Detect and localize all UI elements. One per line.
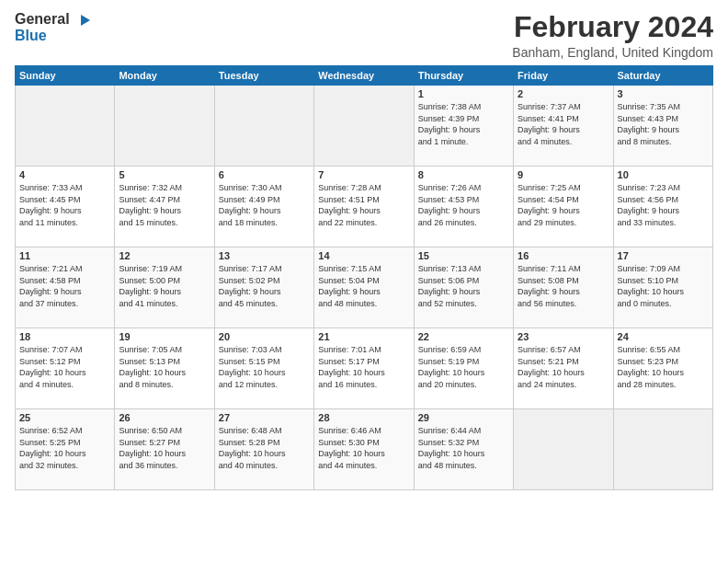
calendar-cell: 14Sunrise: 7:15 AM Sunset: 5:04 PM Dayli… <box>314 247 414 328</box>
calendar-cell: 24Sunrise: 6:55 AM Sunset: 5:23 PM Dayli… <box>613 328 712 409</box>
day-info: Sunrise: 7:17 AM Sunset: 5:02 PM Dayligh… <box>219 263 310 309</box>
day-number: 11 <box>19 250 110 261</box>
day-number: 23 <box>518 331 609 342</box>
calendar-cell: 2Sunrise: 7:37 AM Sunset: 4:41 PM Daylig… <box>514 86 613 167</box>
day-info: Sunrise: 6:50 AM Sunset: 5:27 PM Dayligh… <box>119 425 210 471</box>
day-info: Sunrise: 7:13 AM Sunset: 5:06 PM Dayligh… <box>418 263 509 309</box>
day-number: 29 <box>418 412 509 423</box>
calendar-cell: 26Sunrise: 6:50 AM Sunset: 5:27 PM Dayli… <box>115 409 214 490</box>
calendar-cell: 3Sunrise: 7:35 AM Sunset: 4:43 PM Daylig… <box>613 86 712 167</box>
day-info: Sunrise: 6:46 AM Sunset: 5:30 PM Dayligh… <box>318 425 409 471</box>
day-info: Sunrise: 7:15 AM Sunset: 5:04 PM Dayligh… <box>318 263 409 309</box>
day-info: Sunrise: 6:55 AM Sunset: 5:23 PM Dayligh… <box>618 344 709 390</box>
calendar-cell: 9Sunrise: 7:25 AM Sunset: 4:54 PM Daylig… <box>514 167 613 247</box>
page: General Blue February 2024 Banham, Engla… <box>0 0 728 563</box>
calendar-cell <box>314 86 414 167</box>
calendar-cell: 8Sunrise: 7:26 AM Sunset: 4:53 PM Daylig… <box>414 167 513 247</box>
calendar-week-4: 18Sunrise: 7:07 AM Sunset: 5:12 PM Dayli… <box>16 328 713 409</box>
logo-general: General <box>15 11 90 28</box>
calendar-cell <box>214 86 313 167</box>
logo-blue: Blue <box>15 28 47 44</box>
day-info: Sunrise: 6:59 AM Sunset: 5:19 PM Dayligh… <box>418 344 509 390</box>
calendar-cell: 4Sunrise: 7:33 AM Sunset: 4:45 PM Daylig… <box>16 167 115 247</box>
calendar-week-5: 25Sunrise: 6:52 AM Sunset: 5:25 PM Dayli… <box>16 409 713 490</box>
calendar-cell: 11Sunrise: 7:21 AM Sunset: 4:58 PM Dayli… <box>16 247 115 328</box>
day-number: 22 <box>418 331 509 342</box>
col-friday: Friday <box>514 66 613 86</box>
col-wednesday: Wednesday <box>314 66 414 86</box>
day-number: 20 <box>219 331 310 342</box>
day-number: 5 <box>119 169 210 180</box>
main-title: February 2024 <box>512 11 713 43</box>
day-info: Sunrise: 6:57 AM Sunset: 5:21 PM Dayligh… <box>518 344 609 390</box>
calendar-cell: 20Sunrise: 7:03 AM Sunset: 5:15 PM Dayli… <box>214 328 313 409</box>
day-number: 24 <box>618 331 709 342</box>
day-number: 10 <box>618 169 709 180</box>
day-number: 27 <box>219 412 310 423</box>
day-info: Sunrise: 6:44 AM Sunset: 5:32 PM Dayligh… <box>418 425 509 471</box>
day-info: Sunrise: 7:07 AM Sunset: 5:12 PM Dayligh… <box>19 344 110 390</box>
day-number: 17 <box>618 250 709 261</box>
day-number: 3 <box>618 88 709 99</box>
calendar-cell: 29Sunrise: 6:44 AM Sunset: 5:32 PM Dayli… <box>414 409 513 490</box>
calendar-week-2: 4Sunrise: 7:33 AM Sunset: 4:45 PM Daylig… <box>16 167 713 247</box>
calendar-cell <box>613 409 712 490</box>
day-number: 4 <box>19 169 110 180</box>
day-number: 7 <box>318 169 409 180</box>
calendar-cell: 27Sunrise: 6:48 AM Sunset: 5:28 PM Dayli… <box>214 409 313 490</box>
day-info: Sunrise: 6:52 AM Sunset: 5:25 PM Dayligh… <box>19 425 110 471</box>
day-number: 8 <box>418 169 509 180</box>
calendar-cell: 16Sunrise: 7:11 AM Sunset: 5:08 PM Dayli… <box>514 247 613 328</box>
col-tuesday: Tuesday <box>214 66 313 86</box>
calendar-cell: 12Sunrise: 7:19 AM Sunset: 5:00 PM Dayli… <box>115 247 214 328</box>
day-info: Sunrise: 7:26 AM Sunset: 4:53 PM Dayligh… <box>418 182 509 228</box>
day-number: 25 <box>19 412 110 423</box>
day-number: 6 <box>219 169 310 180</box>
subtitle: Banham, England, United Kingdom <box>512 45 713 60</box>
day-info: Sunrise: 7:28 AM Sunset: 4:51 PM Dayligh… <box>318 182 409 228</box>
calendar-cell: 5Sunrise: 7:32 AM Sunset: 4:47 PM Daylig… <box>115 167 214 247</box>
calendar-cell: 23Sunrise: 6:57 AM Sunset: 5:21 PM Dayli… <box>514 328 613 409</box>
day-info: Sunrise: 7:35 AM Sunset: 4:43 PM Dayligh… <box>618 101 709 147</box>
day-info: Sunrise: 7:33 AM Sunset: 4:45 PM Dayligh… <box>19 182 110 228</box>
calendar-cell: 13Sunrise: 7:17 AM Sunset: 5:02 PM Dayli… <box>214 247 313 328</box>
calendar-cell: 15Sunrise: 7:13 AM Sunset: 5:06 PM Dayli… <box>414 247 513 328</box>
day-number: 2 <box>518 88 609 99</box>
calendar-cell <box>514 409 613 490</box>
day-info: Sunrise: 7:09 AM Sunset: 5:10 PM Dayligh… <box>618 263 709 309</box>
calendar-table: Sunday Monday Tuesday Wednesday Thursday… <box>15 65 713 490</box>
day-number: 28 <box>318 412 409 423</box>
calendar-week-3: 11Sunrise: 7:21 AM Sunset: 4:58 PM Dayli… <box>16 247 713 328</box>
col-saturday: Saturday <box>613 66 712 86</box>
day-info: Sunrise: 7:05 AM Sunset: 5:13 PM Dayligh… <box>119 344 210 390</box>
day-info: Sunrise: 7:37 AM Sunset: 4:41 PM Dayligh… <box>518 101 609 147</box>
day-info: Sunrise: 7:19 AM Sunset: 5:00 PM Dayligh… <box>119 263 210 309</box>
calendar-cell: 10Sunrise: 7:23 AM Sunset: 4:56 PM Dayli… <box>613 167 712 247</box>
header: General Blue February 2024 Banham, Engla… <box>15 11 713 60</box>
calendar-cell: 1Sunrise: 7:38 AM Sunset: 4:39 PM Daylig… <box>414 86 513 167</box>
day-number: 13 <box>219 250 310 261</box>
day-info: Sunrise: 7:01 AM Sunset: 5:17 PM Dayligh… <box>318 344 409 390</box>
title-block: February 2024 Banham, England, United Ki… <box>512 11 713 60</box>
calendar-cell <box>115 86 214 167</box>
day-number: 26 <box>119 412 210 423</box>
day-info: Sunrise: 7:30 AM Sunset: 4:49 PM Dayligh… <box>219 182 310 228</box>
day-info: Sunrise: 7:21 AM Sunset: 4:58 PM Dayligh… <box>19 263 110 309</box>
col-sunday: Sunday <box>16 66 115 86</box>
calendar-cell: 25Sunrise: 6:52 AM Sunset: 5:25 PM Dayli… <box>16 409 115 490</box>
day-number: 18 <box>19 331 110 342</box>
day-info: Sunrise: 7:38 AM Sunset: 4:39 PM Dayligh… <box>418 101 509 147</box>
col-monday: Monday <box>115 66 214 86</box>
calendar-cell: 6Sunrise: 7:30 AM Sunset: 4:49 PM Daylig… <box>214 167 313 247</box>
calendar-cell: 18Sunrise: 7:07 AM Sunset: 5:12 PM Dayli… <box>16 328 115 409</box>
day-info: Sunrise: 7:03 AM Sunset: 5:15 PM Dayligh… <box>219 344 310 390</box>
calendar-cell: 22Sunrise: 6:59 AM Sunset: 5:19 PM Dayli… <box>414 328 513 409</box>
calendar-cell: 21Sunrise: 7:01 AM Sunset: 5:17 PM Dayli… <box>314 328 414 409</box>
day-info: Sunrise: 7:11 AM Sunset: 5:08 PM Dayligh… <box>518 263 609 309</box>
calendar-week-1: 1Sunrise: 7:38 AM Sunset: 4:39 PM Daylig… <box>16 86 713 167</box>
day-number: 16 <box>518 250 609 261</box>
day-info: Sunrise: 6:48 AM Sunset: 5:28 PM Dayligh… <box>219 425 310 471</box>
day-number: 15 <box>418 250 509 261</box>
day-info: Sunrise: 7:23 AM Sunset: 4:56 PM Dayligh… <box>618 182 709 228</box>
calendar-header-row: Sunday Monday Tuesday Wednesday Thursday… <box>16 66 713 86</box>
